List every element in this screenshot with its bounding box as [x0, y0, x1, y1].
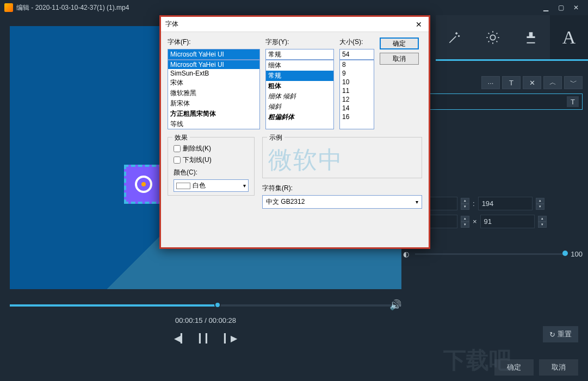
size-list-item[interactable]: 8	[340, 60, 374, 69]
font-ok-button[interactable]: 确定	[380, 38, 419, 49]
text-button[interactable]: T	[502, 76, 521, 89]
font-list-item[interactable]: 方正粗黑宋简体	[168, 109, 259, 119]
style-list-item[interactable]: 细体	[266, 60, 333, 71]
titlebar: 编辑 - 2020-11-03-10-42-37(1) (1).mp4 ▁ ▢ …	[0, 0, 588, 15]
tool-tabs: A	[436, 15, 588, 61]
style-list[interactable]: 细体常规粗体细体 倾斜倾斜粗偏斜体	[265, 60, 334, 129]
main-cancel-button[interactable]: 取消	[539, 359, 578, 376]
effects-legend: 效果	[172, 133, 190, 142]
tab-magic[interactable]	[436, 15, 474, 59]
opacity-value: 100	[571, 250, 583, 258]
size-input[interactable]	[339, 49, 374, 60]
minimize-button[interactable]: ▁	[538, 2, 553, 13]
h-spinner[interactable]: ▴▾	[538, 216, 547, 228]
style-input[interactable]	[265, 49, 334, 60]
selected-watermark-icon[interactable]	[124, 165, 163, 204]
font-input[interactable]	[168, 49, 260, 60]
color-swatch	[176, 183, 190, 189]
w-spinner[interactable]: ▴▾	[461, 216, 469, 228]
font-cancel-button[interactable]: 取消	[380, 53, 419, 65]
y-spinner[interactable]: ▴▾	[536, 198, 544, 210]
style-list-item[interactable]: 粗体	[266, 81, 333, 91]
opacity-slider[interactable]	[415, 253, 565, 255]
play-controls: ◀▎ ▎▎ ▎▶	[10, 333, 401, 343]
y-input[interactable]	[478, 197, 533, 210]
font-list-item[interactable]: 宋体	[168, 78, 259, 88]
color-select[interactable]: 白色 ▾	[174, 179, 249, 192]
window-title: 编辑 - 2020-11-03-10-42-37(1) (1).mp4	[16, 3, 129, 13]
timeline-track[interactable]: 🔊	[10, 304, 401, 307]
text-icon: A	[562, 27, 576, 48]
bottom-buttons: 确定 取消	[494, 359, 578, 376]
size-list-item[interactable]: 12	[340, 95, 374, 104]
color-label: 颜色(C):	[174, 168, 249, 177]
effects-group: 效果 删除线(K) 下划线(U) 颜色(C): 白色 ▾	[168, 137, 255, 196]
font-label: 字体(F):	[168, 38, 260, 47]
font-list-item[interactable]: SimSun-ExtB	[168, 69, 259, 78]
strike-checkbox[interactable]	[174, 145, 181, 152]
size-list-item[interactable]: 9	[340, 69, 374, 78]
timeline-thumb[interactable]	[214, 302, 221, 308]
next-frame-button[interactable]: ▎▶	[224, 333, 237, 343]
h-input[interactable]	[480, 215, 535, 228]
underline-checkbox[interactable]	[174, 157, 181, 164]
font-list-item[interactable]: 等线	[168, 119, 259, 129]
main-ok-button[interactable]: 确定	[494, 359, 534, 376]
charset-select[interactable]: 中文 GB2312 ▾	[262, 195, 422, 209]
delete-button[interactable]: ✕	[523, 76, 541, 89]
font-dialog-close-button[interactable]: ✕	[413, 19, 424, 30]
underline-checkbox-row[interactable]: 下划线(U)	[174, 155, 249, 165]
maximize-button[interactable]: ▢	[553, 2, 568, 13]
font-dialog: 字体 ✕ 字体(F): Microsoft YaHei UISimSun-Ext…	[159, 15, 430, 249]
font-list-item[interactable]: 微软雅黑	[168, 88, 259, 98]
magic-wand-icon	[448, 30, 462, 45]
watermark-text-icon[interactable]: T	[567, 96, 579, 107]
sample-legend: 示例	[267, 133, 284, 142]
svg-point-0	[490, 35, 495, 40]
sample-text: 微软中	[268, 142, 416, 178]
x-spinner[interactable]: ▴▾	[461, 198, 469, 210]
tab-stamp[interactable]	[512, 15, 550, 59]
move-down-button[interactable]: ﹀	[564, 76, 583, 89]
sun-icon	[485, 30, 500, 45]
font-list-item[interactable]: Microsoft YaHei UI	[168, 60, 259, 69]
reset-icon: ↻	[549, 330, 555, 339]
more-button[interactable]: ···	[481, 76, 500, 89]
move-up-button[interactable]: ︿	[543, 76, 562, 89]
style-list-item[interactable]: 常规	[266, 71, 333, 81]
size-list-item[interactable]: 10	[340, 78, 374, 86]
size-list[interactable]: 891011121416	[339, 60, 374, 129]
pause-button[interactable]: ▎▎	[199, 333, 212, 343]
font-list-item[interactable]: 新宋体	[168, 98, 259, 109]
style-list-item[interactable]: 细体 倾斜	[266, 91, 333, 102]
stamp-icon	[524, 30, 538, 45]
font-list[interactable]: Microsoft YaHei UISimSun-ExtB宋体微软雅黑新宋体方正…	[168, 60, 260, 129]
size-label: 大小(S):	[339, 38, 374, 47]
charset-label: 字符集(R):	[262, 184, 422, 193]
volume-icon[interactable]: 🔊	[389, 299, 401, 311]
timecode: 00:00:15 / 00:00:28	[10, 316, 401, 324]
size-list-item[interactable]: 14	[340, 104, 374, 113]
style-label: 字形(Y):	[265, 38, 334, 47]
prev-frame-button[interactable]: ◀▎	[174, 333, 187, 343]
style-list-item[interactable]: 粗偏斜体	[266, 112, 333, 122]
font-dialog-titlebar: 字体 ✕	[161, 17, 429, 32]
tab-brightness[interactable]	[474, 15, 512, 59]
size-list-item[interactable]: 16	[340, 113, 374, 121]
strike-checkbox-row[interactable]: 删除线(K)	[174, 144, 249, 153]
size-list-item[interactable]: 11	[340, 86, 374, 95]
style-list-item[interactable]: 倾斜	[266, 102, 333, 112]
opacity-slider-row: ◐ 100	[403, 250, 583, 258]
close-window-button[interactable]: ✕	[568, 2, 584, 13]
sample-group: 示例 微软中	[262, 137, 422, 178]
font-dialog-title: 字体	[165, 20, 178, 29]
app-icon	[4, 3, 13, 12]
reset-button[interactable]: ↻ 重置	[543, 326, 578, 342]
timeline: 🔊 00:00:15 / 00:00:28 ◀▎ ▎▎ ▎▶	[10, 304, 401, 343]
tab-text[interactable]: A	[550, 15, 588, 59]
